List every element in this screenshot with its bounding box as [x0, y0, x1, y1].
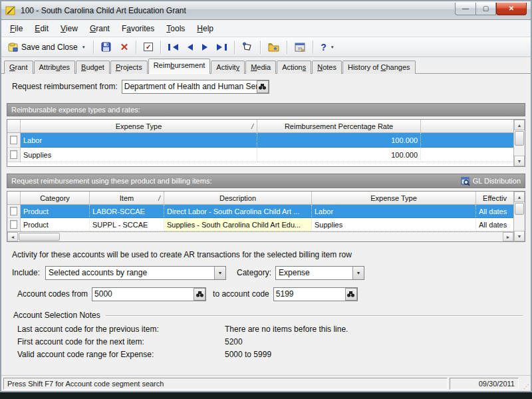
tab-actions[interactable]: Actions — [277, 61, 311, 74]
sort-indicator-icon: / — [251, 122, 253, 130]
scroll-down-icon[interactable]: ▼ — [514, 231, 525, 241]
column-header-rate[interactable]: Reimbursement Percentage Rate — [257, 120, 421, 132]
reimburse-from-lookup-button[interactable] — [257, 80, 269, 93]
form-button[interactable] — [291, 39, 309, 55]
sort-indicator-icon: / — [158, 194, 160, 202]
resize-grip-icon[interactable]: ⋰ — [521, 378, 529, 390]
scroll-down-icon[interactable]: ▼ — [514, 156, 525, 166]
column-header-item[interactable]: Item / — [90, 192, 164, 204]
status-message: Press Shift F7 for Account code segment … — [3, 378, 448, 390]
app-window: 100 - South Carolina Child Art Education… — [0, 0, 532, 392]
cell-expense-type[interactable]: Labor — [312, 205, 476, 218]
cell-expense-type[interactable]: Supplies — [21, 148, 257, 162]
menu-bar: FileEditViewGrantFavoritesToolsHelp — [1, 20, 531, 37]
menu-item-favorites[interactable]: Favorites — [116, 22, 160, 35]
expense-rates-vscrollbar[interactable]: ▲ ▼ — [513, 120, 525, 166]
row-selector[interactable] — [7, 218, 21, 231]
column-header-expense-type[interactable]: Expense Type / — [21, 120, 257, 132]
menu-item-tools[interactable]: Tools — [160, 22, 191, 35]
navigate-last-button[interactable] — [213, 39, 231, 55]
cell-category[interactable]: Product — [21, 218, 90, 231]
row-selector[interactable] — [7, 133, 21, 148]
scroll-up-icon[interactable]: ▲ — [514, 120, 525, 130]
column-header-effective[interactable]: Effectiv — [476, 192, 513, 204]
expense-rate-row[interactable]: Supplies100.000 — [7, 148, 513, 162]
save-and-close-button[interactable]: Save and Close ▼ — [4, 39, 90, 55]
include-select[interactable]: Selected accounts by range ▼ — [45, 266, 226, 280]
reimburse-from-input[interactable]: Department of Health and Human Ser — [122, 80, 269, 94]
menu-item-grant[interactable]: Grant — [84, 22, 116, 35]
row-selector[interactable] — [7, 205, 21, 218]
scroll-right-icon[interactable]: ► — [503, 232, 513, 241]
navigate-previous-button[interactable] — [184, 39, 197, 55]
chevron-down-icon[interactable]: ▼ — [214, 267, 225, 279]
scroll-left-icon[interactable]: ◄ — [7, 232, 18, 241]
delete-button[interactable]: ✕ — [116, 39, 133, 55]
cell-effective[interactable]: All dates — [476, 205, 513, 218]
category-value: Expense — [276, 267, 352, 279]
expense-rate-row[interactable]: Labor100.000 — [7, 133, 513, 148]
tab-budget[interactable]: Budget — [76, 61, 110, 74]
billing-item-row[interactable]: ProductSUPPL - SCCAESupplies - South Car… — [7, 218, 513, 231]
help-button[interactable]: ? ▼ — [317, 39, 338, 55]
cell-description[interactable]: Supplies - South Carolina Child Art Edu.… — [164, 218, 312, 231]
tab-attributes[interactable]: Attributes — [34, 61, 76, 74]
menu-item-file[interactable]: File — [4, 22, 29, 35]
tab-grant[interactable]: Grant — [4, 61, 33, 74]
account-from-lookup-button[interactable] — [194, 288, 205, 301]
menu-item-edit[interactable]: Edit — [29, 22, 55, 35]
tag-button[interactable] — [238, 39, 257, 55]
navigate-first-button[interactable] — [164, 39, 182, 55]
tab-activity[interactable]: Activity — [211, 61, 245, 74]
cell-item[interactable]: SUPPL - SCCAE — [90, 218, 164, 231]
tab-media[interactable]: Media — [245, 61, 276, 74]
cell-description[interactable]: Direct Labor - South Carolina Child Art … — [164, 205, 312, 218]
menu-item-help[interactable]: Help — [191, 22, 219, 35]
binoculars-icon — [258, 83, 267, 90]
save-button[interactable] — [97, 39, 115, 55]
billing-items-grid-header: Category Item / Description Expense Type… — [7, 192, 513, 205]
minimize-button[interactable]: — — [455, 3, 475, 15]
billing-items-header: Request reimbursement using these produc… — [7, 174, 525, 188]
scrollbar-thumb[interactable] — [515, 131, 524, 146]
account-to-lookup-button[interactable] — [345, 288, 357, 301]
tab-reimbursement[interactable]: Reimbursement — [148, 59, 211, 74]
navigate-next-button[interactable] — [198, 39, 211, 55]
tab-history-of-changes[interactable]: History of Changes — [342, 61, 416, 74]
cell-category[interactable]: Product — [21, 205, 90, 218]
checkmark-button[interactable]: ✓ — [140, 39, 157, 55]
menu-item-view[interactable]: View — [55, 22, 84, 35]
column-header-category[interactable]: Category — [21, 192, 90, 204]
billing-items-hscrollbar[interactable]: ◄ ► — [7, 231, 513, 241]
row-selector[interactable] — [7, 148, 21, 162]
scrollbar-thumb[interactable] — [19, 233, 60, 241]
chevron-down-icon[interactable]: ▼ — [352, 267, 364, 279]
cell-effective[interactable]: All dates — [476, 218, 513, 231]
tab-notes[interactable]: Notes — [312, 61, 342, 74]
account-to-input[interactable]: 5199 — [273, 287, 358, 301]
cell-item[interactable]: LABOR-SCCAE — [90, 205, 164, 218]
toolbar-separator — [287, 41, 287, 54]
category-select[interactable]: Expense ▼ — [275, 266, 364, 280]
billing-items-vscrollbar[interactable]: ▲ ▼ — [513, 192, 525, 241]
cell-expense-type[interactable]: Supplies — [312, 218, 476, 231]
cell-rate[interactable]: 100.000 — [257, 148, 421, 162]
binoculars-icon — [196, 291, 204, 298]
save-icon — [101, 42, 111, 52]
favorites-folder-button[interactable] — [264, 39, 283, 55]
account-codes-row: Account codes from 5000 to account code … — [17, 287, 525, 301]
status-bar: Press Shift F7 for Account code segment … — [1, 375, 531, 391]
last-record-icon — [217, 44, 222, 51]
billing-item-row[interactable]: ProductLABOR-SCCAEDirect Labor - South C… — [7, 205, 513, 218]
tab-projects[interactable]: Projects — [110, 61, 148, 74]
scroll-up-icon[interactable]: ▲ — [514, 192, 525, 202]
column-header-expense-type[interactable]: Expense Type — [312, 192, 476, 204]
close-button[interactable]: ✕ — [496, 3, 527, 15]
account-from-input[interactable]: 5000 — [92, 287, 206, 301]
gl-distribution-button[interactable]: GL Distribution — [461, 177, 521, 186]
column-header-description[interactable]: Description — [164, 192, 312, 204]
maximize-button[interactable]: ▢ — [475, 3, 496, 15]
cell-rate[interactable]: 100.000 — [257, 133, 421, 148]
cell-expense-type[interactable]: Labor — [21, 133, 257, 148]
scrollbar-thumb[interactable] — [515, 203, 524, 215]
